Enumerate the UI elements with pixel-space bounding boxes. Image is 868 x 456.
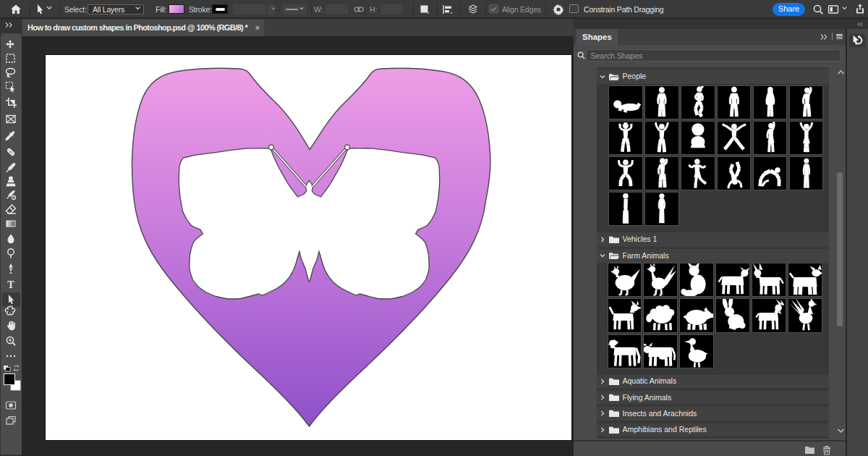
svg-text:T: T bbox=[7, 279, 14, 290]
